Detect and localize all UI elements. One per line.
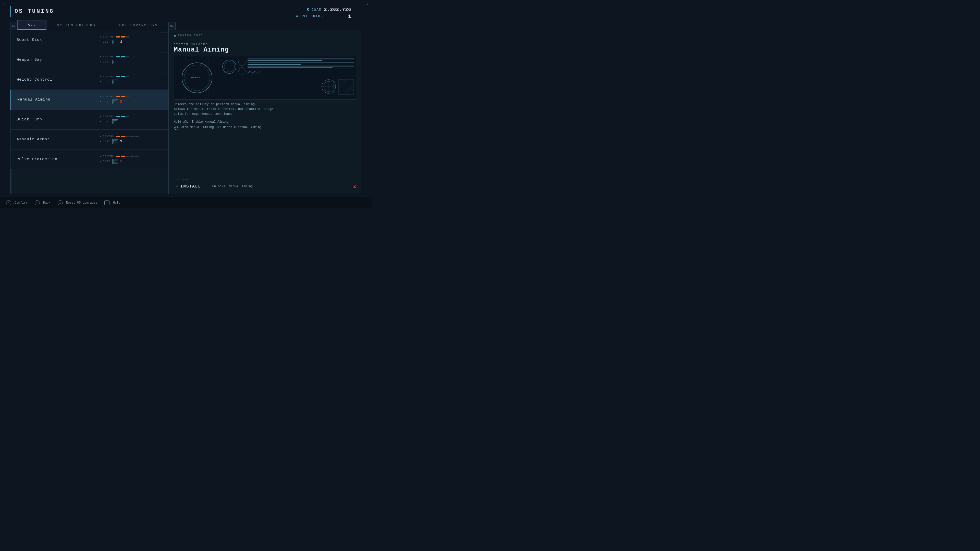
status-label: STATUS — [100, 56, 114, 58]
tab-system-unlocks[interactable]: SYSTEM UNLOCKS — [46, 21, 106, 30]
cost-label: COST — [100, 41, 110, 43]
chip-icon — [112, 79, 118, 84]
cost-row: COST — [100, 119, 165, 124]
seg — [125, 116, 129, 117]
list-item[interactable]: Assault Armor STATUS COST — [11, 130, 169, 149]
tab-all[interactable]: ALL — [18, 20, 46, 30]
status-row: STATUS — [100, 115, 165, 118]
control-line-1: Hold R3: Enable Manual Aiming — [174, 119, 356, 125]
cost-section: 2 — [112, 159, 122, 164]
list-panel: Boost Kick STATUS COST — [11, 30, 169, 194]
tab-nav-left[interactable]: L1 — [10, 22, 18, 30]
main-container: OS TUNING L1 ALL SYSTEM UNLOCKS CORE EXP… — [10, 6, 361, 194]
list-item[interactable]: Weight Control STATUS COST — [11, 70, 169, 90]
status-bar — [116, 136, 138, 137]
info-description: Unlocks the ability to perform manual ai… — [174, 102, 356, 117]
cost-section: 1 — [112, 40, 122, 44]
cost-row: COST 1 — [100, 139, 165, 144]
status-row: STATUS — [100, 135, 165, 138]
info-title: Manual Aiming — [174, 46, 356, 54]
status-cost-section: STATUS COST — [97, 113, 169, 126]
status-cost-section: STATUS COST 2 — [97, 94, 169, 106]
item-name: Boost Kick — [11, 38, 97, 42]
tab-nav-right[interactable]: R1 — [169, 22, 176, 30]
seg — [116, 116, 120, 117]
tab-bar: L1 ALL SYSTEM UNLOCKS CORE EXPANSIONS R1 — [10, 20, 361, 30]
status-row: STATUS — [100, 155, 165, 158]
info-category-title: SYSTEM UNLOCKS Manual Aiming — [174, 42, 356, 54]
preview-area: MANUAL — [174, 56, 356, 100]
corner-decoration — [3, 3, 5, 5]
info-category: SYSTEM UNLOCKS — [174, 43, 356, 46]
cost-value: 1 — [120, 40, 122, 44]
status-cost-section: STATUS COST 1 — [97, 133, 169, 146]
hash-pattern — [339, 79, 354, 95]
seg — [135, 136, 138, 137]
ctrl-help: □ :Help — [104, 200, 120, 205]
small-dial — [239, 67, 245, 75]
seg — [135, 156, 138, 157]
cost-row: COST — [100, 79, 165, 84]
tab-core-expansions[interactable]: CORE EXPANSIONS — [106, 21, 169, 30]
square-button[interactable]: □ — [104, 200, 110, 205]
install-row: » INSTALL Unlocks: Manual Aiming 2 — [174, 183, 356, 190]
status-cost-section: STATUS COST — [97, 73, 169, 86]
preview-tech-panel — [220, 56, 356, 99]
info-panel: TUNING INFO SYSTEM UNLOCKS Manual Aiming… — [169, 30, 361, 194]
list-item[interactable]: Pulse Protection STATUS COST — [11, 149, 169, 169]
waveform — [248, 70, 268, 75]
item-name: Weight Control — [11, 78, 97, 82]
install-button[interactable]: » INSTALL — [174, 183, 203, 190]
triangle-button[interactable]: △ — [58, 200, 63, 205]
item-name: Quick Turn — [11, 118, 97, 122]
status-row: STATUS — [100, 95, 165, 98]
ctrl-back: ○ :Back — [35, 200, 51, 205]
scope-circle — [321, 79, 336, 95]
r3-button-1: R3 — [183, 121, 188, 124]
install-chip-icon — [343, 184, 349, 189]
seg — [116, 156, 120, 157]
control-line-2: R3 with Manual Aiming ON: Disable Manual… — [174, 125, 356, 130]
gauges-row — [222, 59, 354, 75]
cost-section: 2 — [112, 100, 122, 104]
status-label: STATUS — [100, 76, 114, 78]
list-item[interactable]: Weapon Bay STATUS COST — [11, 50, 169, 70]
item-name: Weapon Bay — [11, 58, 97, 62]
item-corner-decoration: — — — — [161, 71, 167, 73]
list-item-selected[interactable]: Manual Aiming STATUS COST — [11, 90, 169, 110]
cost-label: COST — [100, 61, 110, 63]
r3-button-2: R3 — [174, 126, 178, 130]
cost-section: 1 — [112, 139, 122, 144]
cost-section — [112, 119, 118, 124]
info-header-label: TUNING INFO — [178, 34, 203, 37]
ctrl-confirm: ✕ :Confirm — [6, 200, 27, 205]
bottom-controls-bar: ✕ :Confirm ○ :Back △ :Reset OS Upgrades … — [0, 197, 372, 208]
chip-icon — [112, 100, 118, 104]
ctrl-confirm-label: :Confirm — [13, 201, 27, 205]
seg — [121, 36, 125, 38]
ctrl-back-label: :Back — [41, 201, 51, 205]
item-corner-decoration: — — — — [161, 31, 167, 33]
status-label: STATUS — [100, 115, 114, 118]
cost-label: COST — [100, 121, 110, 123]
x-button[interactable]: ✕ — [6, 200, 11, 205]
seg — [116, 96, 120, 97]
seg — [121, 76, 125, 77]
list-item[interactable]: Quick Turn STATUS COST — [11, 110, 169, 130]
chip-icon — [112, 119, 118, 124]
cost-value: 2 — [120, 100, 122, 104]
cost-label: COST — [100, 140, 110, 143]
bar-charts — [248, 59, 354, 75]
circle-button[interactable]: ○ — [35, 200, 40, 205]
svg-rect-11 — [339, 79, 354, 95]
status-cost-section: STATUS COST — [97, 54, 169, 66]
list-item[interactable]: Boost Kick STATUS COST — [11, 30, 169, 50]
cost-section — [112, 79, 118, 84]
preview-circle-label: MANUAL — [191, 76, 203, 79]
status-label: STATUS — [100, 95, 114, 98]
info-dot — [174, 35, 176, 37]
status-bar — [116, 76, 129, 77]
status-row: STATUS — [100, 56, 165, 58]
seg — [125, 56, 129, 57]
item-corner-decoration: — — — — [161, 91, 167, 93]
